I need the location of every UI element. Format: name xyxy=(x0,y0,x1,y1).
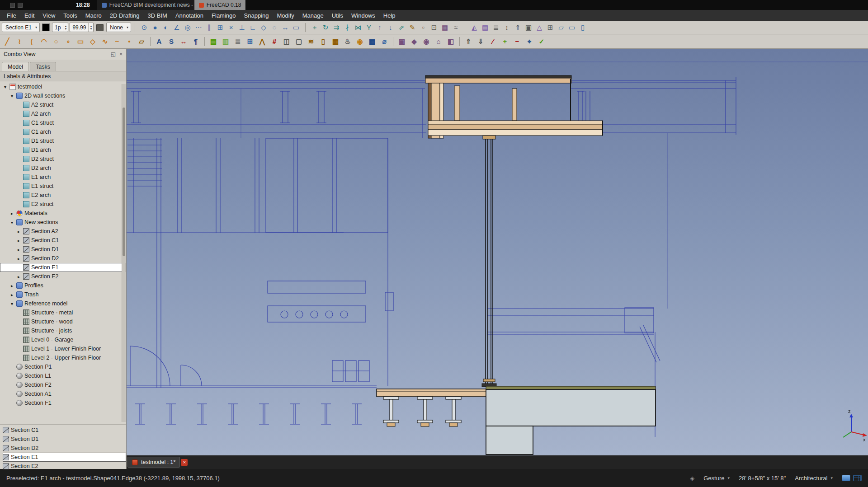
tree-item[interactable]: E1 arch xyxy=(0,173,126,182)
draft-facebinder-icon[interactable]: ▱ xyxy=(136,36,147,47)
draft-label-icon[interactable]: ¶ xyxy=(190,36,201,47)
line-color-swatch[interactable] xyxy=(42,23,50,31)
menu-item[interactable]: Utils xyxy=(328,11,347,20)
draft-shapestring-icon[interactable]: S xyxy=(166,36,177,47)
list-item[interactable]: Section E2 xyxy=(3,462,126,471)
expander-icon[interactable] xyxy=(3,84,8,89)
tree-item[interactable]: D1 arch xyxy=(0,145,126,155)
draft-text-icon[interactable]: A xyxy=(154,36,165,47)
arch-space-icon[interactable]: ▢ xyxy=(293,36,304,47)
tree-item[interactable]: D2 struct xyxy=(0,155,126,164)
nudge-up-icon[interactable]: ⇑ xyxy=(463,36,474,47)
tree-item[interactable]: D1 struct xyxy=(0,136,126,145)
arch-schedule-icon[interactable]: ▦ xyxy=(367,36,377,47)
workingplane-side-icon[interactable]: ▯ xyxy=(577,22,588,33)
bim-views-icon[interactable]: ◉ xyxy=(421,36,432,47)
draft-bspline-icon[interactable]: ∿ xyxy=(99,36,110,47)
arch-axis-icon[interactable]: # xyxy=(269,36,280,47)
tray-icon[interactable] xyxy=(18,3,23,8)
draft-ellipse-icon[interactable]: ∘ xyxy=(63,36,74,47)
tree-item[interactable]: Level 2 - Upper Finish Floor xyxy=(0,353,126,362)
arch-material-icon[interactable]: ◉ xyxy=(354,36,365,47)
draft-dimension-icon[interactable]: ↔ xyxy=(178,36,189,47)
draft-heal-icon[interactable]: ≈ xyxy=(450,22,461,33)
draft-line-icon[interactable]: ╱ xyxy=(2,36,13,47)
3d-viewport[interactable]: z x xyxy=(127,49,868,455)
menu-item[interactable]: Flamingo xyxy=(208,11,240,20)
menu-item[interactable]: 2D Drafting xyxy=(106,11,144,20)
navigation-style-dropdown[interactable]: Gesture ▾ xyxy=(703,475,730,482)
global-style-toggle[interactable] xyxy=(96,24,104,31)
check-icon[interactable]: ✓ xyxy=(536,36,547,47)
draft-circle-icon[interactable]: ○ xyxy=(51,36,61,47)
list-item[interactable]: Section D2 xyxy=(3,444,126,453)
tree-item[interactable]: Level 1 - Lower Finish Floor xyxy=(0,344,126,353)
snap-extension-icon[interactable]: ⋯ xyxy=(193,22,204,33)
draft-downgrade-icon[interactable]: ↓ xyxy=(385,22,396,33)
tree-item[interactable]: Section D2 xyxy=(0,254,126,263)
expander-icon[interactable] xyxy=(9,220,14,225)
snap-center-icon[interactable]: ◎ xyxy=(182,22,193,33)
arch-structure-icon[interactable]: ▥ xyxy=(220,36,231,47)
tree-item[interactable]: C1 arch xyxy=(0,127,126,136)
draft-scale-icon[interactable]: ⇗ xyxy=(396,22,407,33)
expander-icon[interactable] xyxy=(16,238,21,243)
spinner-arrows-icon[interactable]: ▲▼ xyxy=(63,23,68,32)
draft-move-icon[interactable]: + xyxy=(309,22,320,33)
tree-item[interactable]: Reference model xyxy=(0,299,126,308)
draft-split-icon[interactable]: Y xyxy=(363,22,374,33)
draft-upgrade-icon[interactable]: ↑ xyxy=(374,22,385,33)
toolbar-separator[interactable] xyxy=(150,37,151,46)
draft-trim-icon[interactable]: ∤ xyxy=(342,22,353,33)
draft-rectangle-icon[interactable]: ▭ xyxy=(75,36,86,47)
snap-near-icon[interactable]: ◌ xyxy=(269,22,280,33)
arch-roof-icon[interactable]: ⋀ xyxy=(257,36,268,47)
tree-item[interactable]: testmodel xyxy=(0,82,126,91)
menu-item[interactable]: Edit xyxy=(20,11,38,20)
arch-wall-icon[interactable]: ▤ xyxy=(208,36,219,47)
menu-item[interactable]: 3D BIM xyxy=(144,11,171,20)
toolbar-separator[interactable] xyxy=(204,37,205,46)
snap-grid-icon[interactable]: ⊞ xyxy=(215,22,226,33)
tree-item[interactable]: Section F2 xyxy=(0,380,126,389)
autogroup-combo[interactable]: None ▾ xyxy=(106,23,131,32)
bim-shape-icon[interactable]: ◆ xyxy=(409,36,420,47)
draft-polygon-icon[interactable]: ◇ xyxy=(87,36,98,47)
cut-plane-icon[interactable]: ∕ xyxy=(487,36,498,47)
remove-component-icon[interactable]: − xyxy=(512,36,523,47)
snap-ortho-icon[interactable]: ∟ xyxy=(247,22,258,33)
menu-item[interactable]: Macro xyxy=(81,11,106,20)
active-section-combo[interactable]: Section E1 ▾ xyxy=(2,23,40,32)
expander-icon[interactable] xyxy=(9,292,14,297)
arch-sectionplane-icon[interactable]: ◫ xyxy=(281,36,292,47)
draft-edit-icon[interactable]: ✎ xyxy=(407,22,418,33)
workingplane-front-icon[interactable]: ▭ xyxy=(566,22,577,33)
arch-rebar-icon[interactable]: ≣ xyxy=(232,36,243,47)
window-tab-browser[interactable]: FreeCAD BIM development news - Dec... xyxy=(97,0,194,10)
tree-item[interactable]: E1 struct xyxy=(0,182,126,191)
scale-spinner[interactable]: 99.99 ▲▼ xyxy=(70,23,94,32)
arch-window-icon[interactable]: ⊞ xyxy=(245,36,255,47)
tree-item[interactable]: Trash xyxy=(0,290,126,299)
tree-item[interactable]: E2 struct xyxy=(0,200,126,209)
bim-box-icon[interactable]: ▣ xyxy=(396,36,407,47)
annotation-scale-icon[interactable]: ↕ xyxy=(501,22,512,33)
tree-item[interactable]: Section E1 xyxy=(0,263,126,272)
snap-workingplane-icon[interactable]: ▭ xyxy=(291,22,302,33)
menu-item[interactable]: Help xyxy=(379,11,400,20)
tree-item[interactable]: Level 0 - Garage xyxy=(0,335,126,344)
tree-item[interactable]: Section A2 xyxy=(0,227,126,236)
bim-ifc-icon[interactable]: ◧ xyxy=(445,36,456,47)
menu-item[interactable]: Annotation xyxy=(171,11,208,20)
tree-item[interactable]: C1 struct xyxy=(0,118,126,127)
scrollbar-thumb[interactable] xyxy=(123,108,125,256)
tree-item[interactable]: Section P1 xyxy=(0,362,126,371)
tree-item[interactable]: Section F1 xyxy=(0,398,126,407)
snap-master-icon[interactable]: ⊙ xyxy=(139,22,150,33)
document-tab[interactable]: testmodel : 1* xyxy=(127,457,180,468)
tree-item[interactable]: Structure - metal xyxy=(0,308,126,317)
snap-dimensions-icon[interactable]: ↔ xyxy=(280,22,291,33)
draft-arc-icon[interactable]: ◠ xyxy=(38,36,49,47)
arch-equipment-icon[interactable]: ♨ xyxy=(342,36,353,47)
list-item[interactable]: Section C1 xyxy=(3,426,126,435)
